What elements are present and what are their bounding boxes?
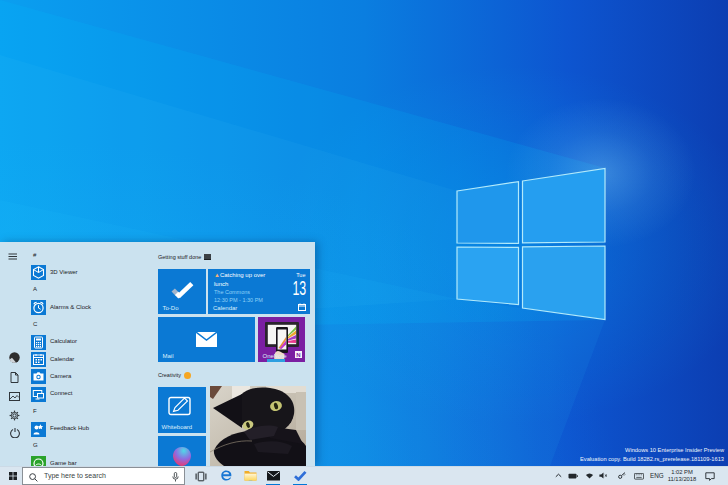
- svg-text:N: N: [296, 352, 300, 358]
